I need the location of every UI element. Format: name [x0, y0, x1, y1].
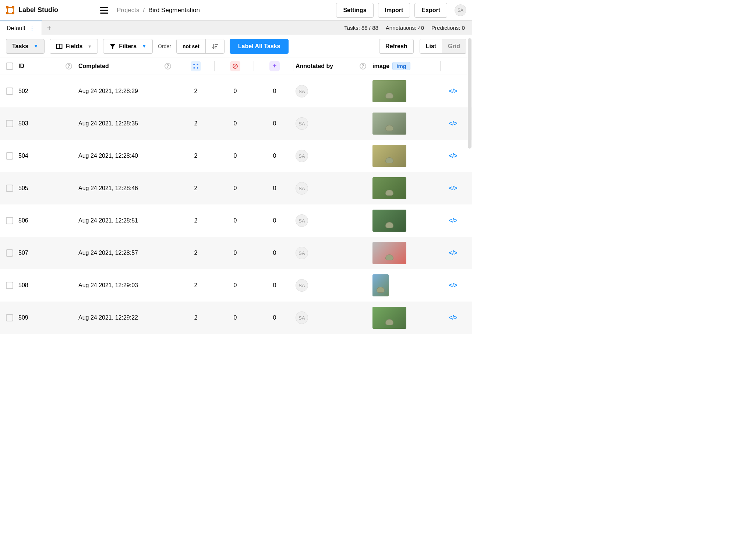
annotator-avatar: SA [296, 311, 308, 324]
row-id: 509 [18, 314, 28, 321]
row-cancelled-count: 0 [234, 250, 237, 256]
code-icon[interactable]: </> [449, 120, 457, 127]
code-icon[interactable]: </> [449, 153, 457, 159]
row-checkbox[interactable] [6, 217, 13, 224]
row-annotations-count: 2 [194, 120, 198, 127]
fields-dropdown[interactable]: Fields ▼ [50, 39, 98, 54]
stats-annotations: Annotations: 40 [386, 25, 424, 31]
image-thumbnail[interactable] [372, 210, 406, 232]
stats-predictions: Predictions: 0 [431, 25, 465, 31]
code-icon[interactable]: </> [449, 314, 457, 321]
row-completed: Aug 24 2021, 12:28:51 [78, 217, 138, 224]
table-row[interactable]: 506Aug 24 2021, 12:28:51200SA</> [0, 204, 472, 237]
code-icon[interactable]: </> [449, 282, 457, 289]
col-completed-label: Completed [78, 63, 109, 70]
row-checkbox[interactable] [6, 282, 13, 289]
tasks-dropdown[interactable]: Tasks ▼ [6, 39, 45, 54]
add-tab-button[interactable]: + [42, 21, 57, 35]
table-row[interactable]: 505Aug 24 2021, 12:28:46200SA</> [0, 172, 472, 204]
order-label: Order [158, 43, 171, 49]
image-thumbnail[interactable] [372, 80, 406, 102]
app-header: Label Studio Projects / Bird Segmentatio… [0, 0, 472, 21]
row-completed: Aug 24 2021, 12:28:29 [78, 88, 138, 95]
help-icon[interactable]: ? [165, 63, 171, 70]
row-annotations-count: 2 [194, 153, 198, 159]
row-cancelled-count: 0 [234, 314, 237, 321]
svg-line-11 [234, 65, 237, 68]
annotator-avatar: SA [296, 279, 308, 292]
table-row[interactable]: 509Aug 24 2021, 12:29:22200SA</> [0, 302, 472, 334]
column-separator [293, 61, 293, 71]
table-row[interactable]: 503Aug 24 2021, 12:28:35200SA</> [0, 107, 472, 140]
svg-rect-1 [12, 6, 14, 8]
predictions-count-icon [269, 61, 280, 71]
chevron-down-icon: ▼ [88, 44, 92, 49]
table-row[interactable]: 504Aug 24 2021, 12:28:40200SA</> [0, 140, 472, 172]
breadcrumb-project-name: Bird Segmentation [148, 7, 200, 14]
annotator-avatar: SA [296, 85, 308, 97]
logo-icon [6, 6, 15, 15]
image-thumbnail[interactable] [372, 113, 406, 135]
row-checkbox[interactable] [6, 88, 13, 95]
table-row[interactable]: 508Aug 24 2021, 12:29:03200SA</> [0, 269, 472, 302]
annotations-count-icon [191, 61, 201, 71]
row-annotations-count: 2 [194, 185, 198, 192]
row-completed: Aug 24 2021, 12:29:03 [78, 282, 138, 289]
column-separator [76, 61, 76, 71]
tab-default[interactable]: Default ⋮ [0, 21, 42, 35]
user-avatar[interactable]: SA [455, 4, 466, 16]
image-thumbnail[interactable] [372, 145, 406, 167]
logo-text: Label Studio [18, 6, 58, 14]
image-thumbnail[interactable] [372, 307, 406, 329]
table-row[interactable]: 502Aug 24 2021, 12:28:29200SA</> [0, 75, 472, 107]
code-icon[interactable]: </> [449, 88, 457, 95]
import-button[interactable]: Import [378, 3, 410, 18]
code-icon[interactable]: </> [449, 250, 457, 256]
row-id: 507 [18, 250, 28, 256]
select-all-checkbox[interactable] [6, 63, 13, 70]
row-completed: Aug 24 2021, 12:28:57 [78, 250, 138, 256]
breadcrumb-projects[interactable]: Projects [117, 7, 139, 14]
view-toggle: List Grid [420, 39, 466, 54]
code-icon[interactable]: </> [449, 217, 457, 224]
code-icon[interactable]: </> [449, 185, 457, 192]
filter-icon [109, 43, 116, 50]
row-checkbox[interactable] [6, 249, 13, 257]
help-icon[interactable]: ? [66, 63, 72, 70]
annotator-avatar: SA [296, 150, 308, 162]
scrollbar[interactable] [468, 38, 471, 149]
row-checkbox[interactable] [6, 185, 13, 192]
breadcrumb-separator: / [143, 7, 145, 14]
row-checkbox[interactable] [6, 314, 13, 321]
row-annotations-count: 2 [194, 250, 198, 256]
row-predictions-count: 0 [273, 282, 276, 289]
tabs-row: Default ⋮ + Tasks: 88 / 88 Annotations: … [0, 21, 472, 35]
table-row[interactable]: 507Aug 24 2021, 12:28:57200SA</> [0, 237, 472, 269]
annotator-avatar: SA [296, 214, 308, 227]
row-checkbox[interactable] [6, 152, 13, 160]
order-direction-button[interactable] [205, 39, 224, 53]
row-cancelled-count: 0 [234, 88, 237, 95]
image-thumbnail[interactable] [372, 177, 406, 199]
image-thumbnail[interactable] [372, 274, 389, 296]
tab-menu-icon[interactable]: ⋮ [29, 25, 35, 32]
help-icon[interactable]: ? [360, 63, 366, 70]
row-cancelled-count: 0 [234, 120, 237, 127]
col-image-label: image [372, 63, 389, 70]
stats-tasks: Tasks: 88 / 88 [344, 25, 378, 31]
view-list-button[interactable]: List [420, 39, 442, 53]
label-all-tasks-button[interactable]: Label All Tasks [230, 39, 289, 54]
row-checkbox[interactable] [6, 120, 13, 127]
export-button[interactable]: Export [414, 3, 447, 18]
column-separator [370, 61, 370, 71]
order-value-dropdown[interactable]: not set [177, 39, 205, 53]
view-grid-button[interactable]: Grid [442, 39, 466, 53]
table-header: ID ? Completed ? Annotated by ? image im… [0, 57, 472, 75]
filters-dropdown[interactable]: Filters ▼ [103, 39, 153, 54]
refresh-button[interactable]: Refresh [379, 39, 414, 54]
column-separator [440, 61, 441, 71]
hamburger-icon[interactable] [99, 6, 109, 15]
tab-label: Default [7, 25, 25, 32]
image-thumbnail[interactable] [372, 242, 406, 264]
settings-button[interactable]: Settings [336, 3, 373, 18]
